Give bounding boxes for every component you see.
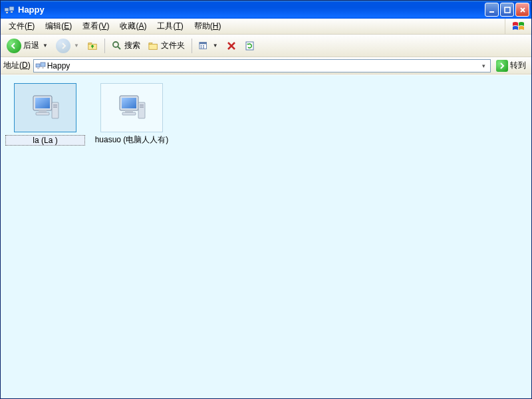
svg-rect-1 [9, 7, 14, 11]
item-thumbnail [14, 83, 76, 132]
menu-view[interactable]: 查看(V) [77, 19, 114, 34]
svg-point-7 [113, 42, 118, 47]
svg-rect-32 [122, 112, 136, 115]
svg-rect-0 [5, 8, 9, 11]
menubar: 文件(F) 编辑(E) 查看(V) 收藏(A) 工具(T) 帮助(H) [1, 19, 531, 35]
search-icon [112, 41, 122, 51]
svg-rect-10 [200, 42, 207, 44]
views-button[interactable]: ▼ [196, 37, 221, 55]
svg-rect-26 [53, 104, 57, 106]
toolbar-separator [192, 39, 192, 53]
svg-rect-35 [140, 106, 144, 108]
address-label: 地址(D) [3, 60, 31, 71]
back-arrow-icon [7, 39, 21, 53]
explorer-window: Happy 文件(F) 编辑(E) 查看(V) 收藏(A) 工具(T) 帮助(H… [0, 0, 532, 399]
workgroup-icon [4, 5, 15, 15]
folders-label: 文件夹 [161, 40, 185, 51]
window-controls [485, 3, 529, 17]
menu-edit[interactable]: 编辑(E) [40, 19, 77, 34]
windows-flag-icon [505, 19, 531, 34]
maximize-button[interactable] [500, 3, 514, 17]
refresh-icon [245, 41, 255, 51]
menu-help[interactable]: 帮助(H) [189, 19, 227, 34]
svg-rect-15 [246, 42, 253, 50]
window-title: Happy [18, 5, 485, 15]
delete-button[interactable] [223, 37, 240, 55]
views-icon [199, 41, 209, 51]
address-dropdown-button[interactable]: ▾ [478, 63, 489, 69]
menu-tools[interactable]: 工具(T) [152, 19, 188, 34]
delete-icon [226, 41, 237, 51]
refresh-button[interactable] [241, 37, 259, 55]
svg-rect-24 [36, 112, 49, 115]
svg-rect-27 [53, 106, 57, 108]
item-thumbnail [100, 83, 163, 132]
go-button[interactable]: 转到 [493, 59, 529, 73]
svg-rect-5 [505, 7, 510, 13]
search-label: 搜索 [124, 40, 140, 51]
forward-button[interactable]: ▼ [53, 37, 82, 55]
menu-file[interactable]: 文件(F) [3, 19, 40, 34]
network-computer-item[interactable]: huasuo (电脑人人有) [95, 83, 168, 146]
chevron-down-icon: ▼ [43, 43, 48, 49]
item-label: la (La ) [5, 135, 85, 146]
content-area[interactable]: la (La ) [1, 74, 531, 398]
titlebar[interactable]: Happy [1, 1, 531, 19]
svg-rect-34 [140, 104, 144, 106]
svg-rect-22 [35, 98, 50, 108]
svg-rect-2 [6, 12, 8, 13]
svg-rect-8 [149, 44, 157, 49]
svg-rect-14 [203, 47, 204, 48]
back-label: 后退 [23, 40, 39, 51]
svg-rect-17 [41, 63, 45, 66]
svg-rect-23 [39, 110, 47, 112]
address-input[interactable]: Happy ▾ [33, 59, 491, 72]
svg-rect-16 [36, 64, 40, 67]
address-value: Happy [46, 61, 478, 70]
toolbar-separator [104, 39, 105, 53]
toolbar: 后退 ▼ ▼ 搜索 文件夹 [1, 35, 531, 57]
go-arrow-icon [496, 60, 508, 72]
item-label: huasuo (电脑人人有) [92, 135, 172, 144]
svg-rect-3 [11, 11, 13, 13]
addressbar: 地址(D) Happy ▾ 转到 [1, 57, 531, 74]
computer-icon [29, 92, 61, 124]
computer-icon [116, 92, 148, 124]
svg-rect-12 [203, 45, 204, 47]
folder-up-icon [87, 41, 98, 51]
workgroup-icon [35, 61, 46, 71]
chevron-down-icon: ▼ [74, 43, 79, 49]
minimize-button[interactable] [485, 3, 499, 17]
svg-rect-19 [42, 67, 44, 68]
folders-button[interactable]: 文件夹 [145, 37, 188, 55]
svg-rect-30 [122, 98, 136, 108]
close-button[interactable] [515, 3, 529, 17]
forward-arrow-icon [56, 39, 70, 53]
chevron-down-icon: ▼ [213, 43, 218, 49]
menu-favorites[interactable]: 收藏(A) [114, 19, 152, 34]
go-label: 转到 [510, 60, 526, 71]
back-button[interactable]: 后退 ▼ [3, 37, 51, 55]
svg-rect-31 [125, 110, 133, 112]
svg-rect-11 [201, 45, 202, 47]
up-button[interactable] [84, 37, 101, 55]
network-computer-item[interactable]: la (La ) [9, 83, 82, 146]
search-button[interactable]: 搜索 [108, 37, 144, 55]
svg-rect-13 [201, 47, 202, 48]
svg-rect-4 [489, 11, 494, 13]
svg-rect-18 [37, 68, 39, 69]
folders-icon [148, 41, 159, 51]
